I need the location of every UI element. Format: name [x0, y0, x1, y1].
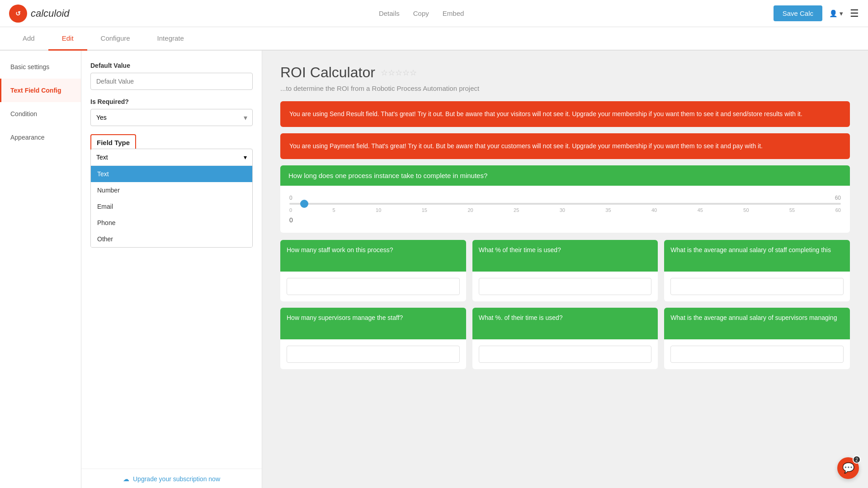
card-supervisors-header: How many supervisors manage the staff? [280, 308, 466, 339]
card-staff-count: How many staff work on this process? [280, 240, 466, 301]
card-avg-salary: What is the average annual salary of sta… [664, 240, 850, 301]
card-supervisor-salary-header: What is the average annual salary of sup… [664, 308, 850, 339]
sidebar-item-text-field-config[interactable]: Text Field Config [0, 79, 81, 102]
sidebar-item-appearance[interactable]: Appearance [0, 126, 81, 149]
slider-question: How long does one process instance take … [280, 165, 850, 186]
nav-details[interactable]: Details [379, 9, 400, 17]
sidebar-item-basic-settings[interactable]: Basic settings [0, 55, 81, 79]
preview-panel: ROI Calculator ☆☆☆☆☆ ...to determine the… [262, 51, 868, 488]
slider-thumb[interactable] [300, 200, 308, 208]
slider-current-value: 0 [289, 216, 841, 224]
slider-track[interactable] [289, 203, 841, 205]
card-staff-count-body [280, 272, 466, 301]
chat-icon: 💬 [842, 462, 854, 474]
is-required-label: Is Required? [90, 98, 253, 105]
calc-title-area: ROI Calculator ☆☆☆☆☆ [280, 64, 850, 81]
cards-row-2: How many supervisors manage the staff? W… [280, 308, 850, 369]
card-staff-count-header: How many staff work on this process? [280, 240, 466, 272]
card-avg-salary-input[interactable] [670, 278, 844, 295]
chat-badge: 2 [853, 455, 861, 464]
slider-max-label: 60 [835, 195, 841, 201]
dropdown-option-phone[interactable]: Phone [91, 215, 252, 231]
card-supervisor-salary-body [664, 339, 850, 369]
chat-bubble[interactable]: 💬 2 [837, 457, 859, 479]
upgrade-icon: ☁ [123, 475, 129, 483]
tab-add[interactable]: Add [9, 27, 48, 51]
is-required-select-wrapper: Yes No ▾ [90, 109, 253, 126]
alert-payment: You are using Payment field. That's grea… [280, 133, 850, 159]
card-avg-salary-body [664, 272, 850, 301]
nav-copy[interactable]: Copy [413, 9, 429, 17]
logo-area: ↺ calculoid [9, 5, 70, 23]
field-type-dropdown[interactable]: Text ▾ Text Number Email Phone Other [90, 149, 253, 248]
card-supervisor-time: What %. of their time is used? [472, 308, 658, 369]
cards-row-1: How many staff work on this process? Wha… [280, 240, 850, 301]
card-time-percent-input[interactable] [479, 278, 652, 295]
card-time-percent: What % of their time is used? [472, 240, 658, 301]
default-value-label: Default Value [90, 62, 253, 69]
calc-stars: ☆☆☆☆☆ [381, 68, 417, 78]
slider-labels: 0 60 [289, 195, 841, 201]
save-calc-button[interactable]: Save Calc [774, 5, 822, 21]
header-nav: Details Copy Embed [379, 9, 464, 17]
calc-subtitle: ...to determine the ROI from a Robotic P… [280, 84, 850, 92]
header-right: Save Calc 👤 ▾ ☰ [774, 5, 859, 21]
dropdown-current-value: Text [96, 154, 108, 161]
dropdown-selected-value[interactable]: Text ▾ [91, 149, 252, 166]
dropdown-option-email[interactable]: Email [91, 198, 252, 215]
card-supervisor-time-input[interactable] [479, 346, 652, 363]
alert-send-result: You are using Send Result field. That's … [280, 101, 850, 127]
upgrade-banner[interactable]: ☁ Upgrade your subscription now [81, 469, 262, 488]
tab-configure[interactable]: Configure [87, 27, 144, 51]
card-supervisor-time-header: What %. of their time is used? [472, 308, 658, 339]
card-supervisors-input[interactable] [287, 346, 460, 363]
tab-integrate[interactable]: Integrate [144, 27, 198, 51]
dropdown-arrow-icon: ▾ [244, 154, 247, 161]
card-staff-count-input[interactable] [287, 278, 460, 295]
slider-ticks: 0 5 10 15 20 25 30 35 40 45 50 55 60 [289, 207, 841, 213]
slider-container: 0 60 0 5 10 15 20 25 30 35 40 45 50 55 6… [280, 186, 850, 233]
header: ↺ calculoid Details Copy Embed Save Calc… [0, 0, 868, 27]
sidebar: Basic settings Text Field Config Conditi… [0, 51, 81, 488]
config-panel: Default Value Is Required? Yes No ▾ Fiel… [81, 51, 262, 488]
logo-icon: ↺ [9, 5, 27, 23]
sidebar-item-condition[interactable]: Condition [0, 102, 81, 126]
user-dropdown-arrow: ▾ [840, 9, 843, 18]
dropdown-option-number[interactable]: Number [91, 182, 252, 198]
calc-title-text: ROI Calculator [280, 64, 375, 81]
user-menu[interactable]: 👤 ▾ [829, 9, 843, 18]
card-avg-salary-header: What is the average annual salary of sta… [664, 240, 850, 272]
logo-text: calculoid [31, 8, 70, 19]
slider-min-label: 0 [289, 195, 292, 201]
default-value-input[interactable] [90, 73, 253, 90]
is-required-select[interactable]: Yes No [90, 109, 253, 126]
field-type-label: Field Type [97, 139, 130, 146]
dropdown-option-other[interactable]: Other [91, 231, 252, 247]
card-supervisor-time-body [472, 339, 658, 369]
dropdown-list: Text Number Email Phone Other [91, 166, 252, 247]
card-supervisors: How many supervisors manage the staff? [280, 308, 466, 369]
hamburger-menu[interactable]: ☰ [850, 8, 859, 19]
upgrade-text: Upgrade your subscription now [133, 475, 220, 483]
nav-embed[interactable]: Embed [443, 9, 464, 17]
user-avatar-icon: 👤 [829, 9, 838, 18]
dropdown-option-text[interactable]: Text [91, 166, 252, 182]
tab-bar: Add Edit Configure Integrate [0, 27, 868, 51]
card-supervisor-salary: What is the average annual salary of sup… [664, 308, 850, 369]
card-supervisors-body [280, 339, 466, 369]
card-time-percent-body [472, 272, 658, 301]
card-time-percent-header: What % of their time is used? [472, 240, 658, 272]
tab-edit[interactable]: Edit [48, 27, 87, 51]
card-supervisor-salary-input[interactable] [670, 346, 844, 363]
main-content: Basic settings Text Field Config Conditi… [0, 51, 868, 488]
